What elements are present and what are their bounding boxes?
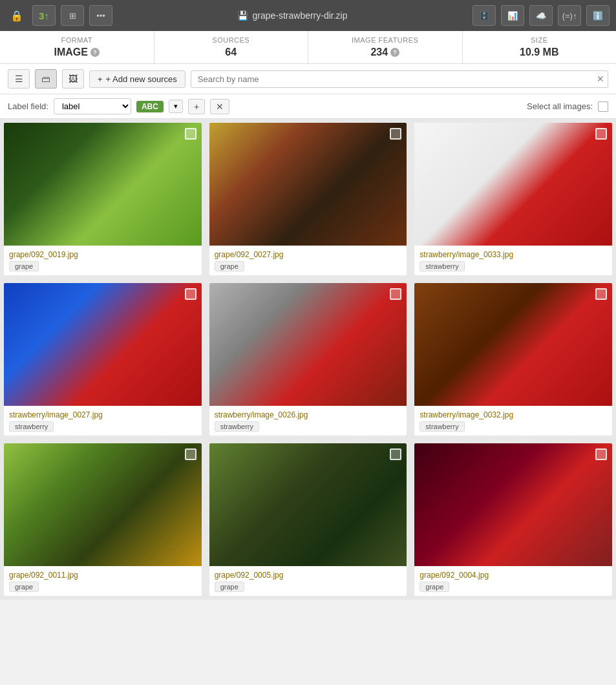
disk-icon: 💾 — [237, 10, 248, 21]
grid-btn[interactable]: ⊞ — [61, 5, 84, 26]
card-info: grape/092_0027.jpg grape — [209, 246, 407, 275]
card-filename[interactable]: grape/092_0011.jpg — [9, 571, 78, 580]
search-input[interactable] — [191, 70, 608, 88]
card-checkbox[interactable] — [185, 288, 196, 300]
dots-btn[interactable]: ••• — [89, 5, 112, 26]
formula-btn[interactable]: (=)↑ — [558, 5, 581, 26]
features-value: 234 ? — [316, 47, 454, 58]
add-sources-button[interactable]: + + Add new sources — [89, 70, 186, 88]
card-info: grape/092_0019.jpg grape — [4, 246, 202, 275]
card-filename[interactable]: strawberry/image_0033.jpg — [420, 250, 513, 259]
label-row: Label field: label ABC ▾ + ✕ Select all … — [0, 94, 616, 119]
badge-dropdown-btn[interactable]: ▾ — [169, 100, 183, 113]
chart-btn[interactable]: 📊 — [501, 5, 524, 26]
db-view-btn[interactable]: 🗃 — [35, 69, 57, 89]
format-stat: FORMAT IMAGE ? — [0, 31, 154, 63]
image-card: grape/092_0027.jpg grape — [209, 123, 407, 275]
db-icon: 🗃 — [41, 74, 50, 84]
sources-stat: SOURCES 64 — [154, 31, 309, 63]
card-checkbox[interactable] — [390, 448, 401, 460]
list-icon: ☰ — [15, 74, 23, 84]
format-value: IMAGE ? — [8, 47, 146, 58]
app-title: 💾 grape-strawberry-dir.zip — [118, 10, 467, 21]
image-thumbnail — [4, 443, 202, 566]
image-card: strawberry/image_0026.jpg strawberry — [209, 283, 407, 436]
card-label: grape — [215, 261, 244, 271]
image-thumbnail — [414, 443, 612, 566]
abc-badge: ABC — [136, 101, 164, 112]
card-label: strawberry — [215, 421, 259, 432]
formula-icon: (=)↑ — [562, 11, 577, 21]
format-help-icon[interactable]: ? — [90, 48, 100, 57]
cloud-icon: ☁️ — [536, 11, 546, 21]
card-filename[interactable]: strawberry/image_0032.jpg — [420, 410, 513, 419]
image-card: grape/092_0005.jpg grape — [209, 443, 407, 596]
image-grid: grape/092_0019.jpg grape grape/092_0027.… — [0, 119, 616, 600]
add-label-btn[interactable]: + — [188, 99, 205, 114]
image-thumbnail — [209, 123, 407, 246]
card-filename[interactable]: grape/092_0019.jpg — [9, 250, 78, 259]
card-label: grape — [215, 582, 244, 592]
card-info: strawberry/image_0027.jpg strawberry — [4, 406, 202, 436]
list-view-btn[interactable]: ☰ — [8, 69, 30, 89]
image-thumbnail — [4, 123, 202, 246]
features-help-icon[interactable]: ? — [390, 48, 399, 57]
select-all-text: Select all images: — [527, 101, 593, 111]
select-all-container: Select all images: — [527, 101, 608, 112]
top-bar: 🔒 3↑ ⊞ ••• 💾 grape-strawberry-dir.zip 🗄️… — [0, 0, 616, 31]
search-container: ✕ — [191, 70, 608, 88]
cloud-btn[interactable]: ☁️ — [529, 5, 553, 26]
image-thumbnail — [209, 443, 407, 566]
card-label: strawberry — [9, 421, 54, 432]
dataset-btn[interactable]: 3↑ — [32, 5, 56, 26]
chart-icon: 📊 — [507, 11, 518, 21]
grid-icon: ⊞ — [69, 11, 76, 21]
card-info: grape/092_0005.jpg grape — [209, 566, 407, 596]
grid-view-btn[interactable]: 🖼 — [62, 69, 84, 89]
card-filename[interactable]: grape/092_0027.jpg — [215, 250, 284, 259]
dataset-icon: 3↑ — [39, 10, 49, 21]
search-clear-btn[interactable]: ✕ — [597, 74, 604, 84]
sources-value: 64 — [162, 47, 301, 58]
label-field-select[interactable]: label — [54, 98, 131, 114]
card-filename[interactable]: grape/092_0005.jpg — [215, 571, 284, 580]
card-checkbox[interactable] — [185, 128, 196, 140]
features-label: IMAGE FEATURES — [316, 36, 454, 44]
card-filename[interactable]: grape/092_0004.jpg — [420, 571, 489, 580]
card-info: strawberry/image_0026.jpg strawberry — [209, 406, 407, 436]
dots-icon: ••• — [96, 11, 105, 21]
info-btn[interactable]: ℹ️ — [586, 5, 610, 26]
card-info: strawberry/image_0032.jpg strawberry — [414, 406, 612, 436]
image-card: grape/092_0011.jpg grape — [4, 443, 202, 596]
remove-label-btn[interactable]: ✕ — [210, 99, 229, 114]
database-btn[interactable]: 🗄️ — [473, 5, 496, 26]
card-info: grape/092_0004.jpg grape — [414, 566, 612, 596]
card-filename[interactable]: strawberry/image_0027.jpg — [9, 410, 103, 419]
image-card: grape/092_0004.jpg grape — [414, 443, 612, 596]
image-card: grape/092_0019.jpg grape — [4, 123, 202, 275]
card-checkbox[interactable] — [595, 448, 607, 460]
image-thumbnail — [414, 283, 612, 406]
card-checkbox[interactable] — [390, 128, 401, 140]
card-filename[interactable]: strawberry/image_0026.jpg — [215, 410, 308, 419]
format-label: FORMAT — [8, 36, 146, 44]
label-field-text: Label field: — [8, 101, 48, 111]
image-card: strawberry/image_0033.jpg strawberry — [414, 123, 612, 275]
card-checkbox[interactable] — [595, 128, 607, 140]
image-thumbnail — [4, 283, 202, 406]
select-all-checkbox[interactable] — [598, 101, 608, 112]
size-stat: SIZE 10.9 MB — [463, 31, 617, 63]
database-icon: 🗄️ — [479, 11, 489, 21]
image-card: strawberry/image_0032.jpg strawberry — [414, 283, 612, 436]
card-label: grape — [420, 582, 449, 592]
toolbar: ☰ 🗃 🖼 + + Add new sources ✕ — [0, 64, 616, 94]
card-label: strawberry — [420, 421, 464, 432]
top-bar-right: 🗄️ 📊 ☁️ (=)↑ ℹ️ — [473, 5, 610, 26]
card-label: grape — [9, 582, 39, 592]
card-checkbox[interactable] — [595, 288, 607, 300]
card-checkbox[interactable] — [185, 448, 196, 460]
card-info: grape/092_0011.jpg grape — [4, 566, 202, 596]
card-checkbox[interactable] — [390, 288, 401, 300]
image-thumbnail — [414, 123, 612, 246]
plus-icon: + — [98, 74, 103, 84]
